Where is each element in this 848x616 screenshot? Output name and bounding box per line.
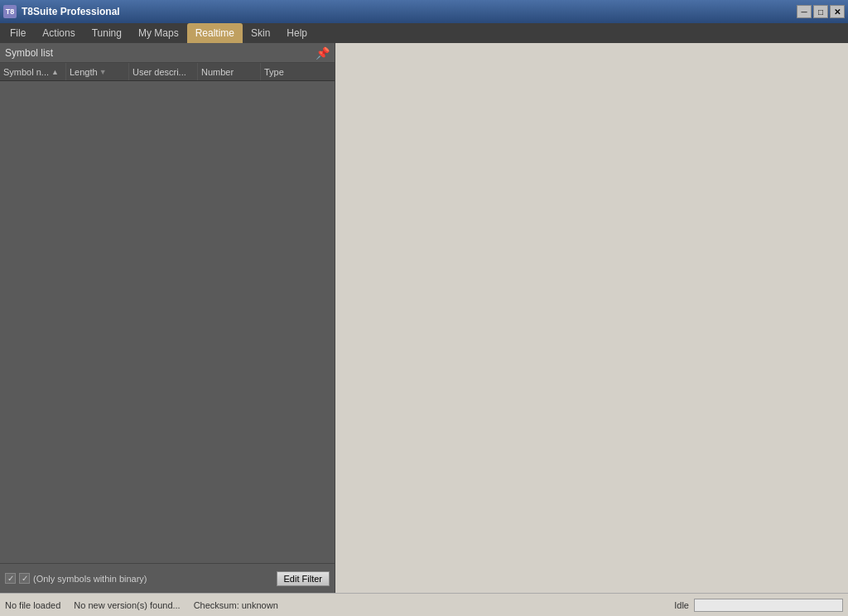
restore-button[interactable]: □ — [813, 5, 828, 18]
status-checksum: Checksum: unknown — [194, 600, 278, 610]
column-label-symbol: Symbol n... — [3, 67, 49, 77]
column-header-symbol[interactable]: Symbol n...▲ — [0, 63, 66, 80]
idle-label: Idle — [674, 600, 689, 610]
right-panel — [335, 43, 848, 593]
menu-item-help[interactable]: Help — [278, 23, 316, 43]
menu-item-skin[interactable]: Skin — [243, 23, 278, 43]
symbol-table: Symbol n...▲Length▼User descri...NumberT… — [0, 63, 335, 563]
edit-filter-button[interactable]: Edit Filter — [277, 571, 330, 586]
pin-icon[interactable]: 📌 — [316, 46, 330, 60]
app-icon: T8 — [3, 5, 17, 18]
menu-item-mymaps[interactable]: My Maps — [130, 23, 187, 43]
status-no-versions: No new version(s) found... — [74, 600, 180, 610]
column-header-type[interactable]: Type — [261, 63, 335, 80]
table-header: Symbol n...▲Length▼User descri...NumberT… — [0, 63, 335, 81]
title-bar: T8 T8Suite Professional ─ □ ✕ — [0, 0, 848, 23]
column-header-number[interactable]: Number — [198, 63, 261, 80]
idle-progress-bar — [694, 599, 843, 612]
filter-area: (Only symbols within binary) Edit Filter — [0, 563, 335, 593]
sort-arrow-symbol: ▲ — [51, 68, 59, 76]
menu-item-tuning[interactable]: Tuning — [84, 23, 130, 43]
status-no-file: No file loaded — [5, 600, 60, 610]
minimize-button[interactable]: ─ — [797, 5, 812, 18]
filter-checkbox-1[interactable] — [5, 573, 16, 584]
left-panel: Symbol list 📌 Symbol n...▲Length▼User de… — [0, 43, 335, 593]
filter-label: (Only symbols within binary) — [33, 574, 147, 584]
column-label-type: Type — [264, 67, 284, 77]
status-bar: No file loaded No new version(s) found..… — [0, 593, 848, 616]
filter-checkbox-2[interactable] — [19, 573, 30, 584]
panel-title: Symbol list — [5, 47, 53, 59]
menu-item-actions[interactable]: Actions — [34, 23, 83, 43]
column-header-length[interactable]: Length▼ — [66, 63, 129, 80]
panel-header: Symbol list 📌 — [0, 43, 335, 63]
column-label-desc: User descri... — [132, 67, 186, 77]
menu-item-file[interactable]: File — [2, 23, 34, 43]
column-label-number: Number — [201, 67, 234, 77]
column-header-desc[interactable]: User descri... — [129, 63, 198, 80]
title-text: T8Suite Professional — [22, 6, 120, 17]
main-content: Symbol list 📌 Symbol n...▲Length▼User de… — [0, 43, 848, 593]
title-bar-left: T8 T8Suite Professional — [3, 5, 120, 18]
title-controls: ─ □ ✕ — [797, 5, 845, 18]
close-button[interactable]: ✕ — [830, 5, 845, 18]
table-body — [0, 81, 335, 563]
column-label-length: Length — [70, 67, 98, 77]
filter-indicator-length: ▼ — [99, 68, 107, 76]
status-idle: Idle — [674, 599, 843, 612]
menu-bar: FileActionsTuningMy MapsRealtimeSkinHelp — [0, 23, 848, 43]
menu-item-realtime[interactable]: Realtime — [187, 23, 243, 43]
